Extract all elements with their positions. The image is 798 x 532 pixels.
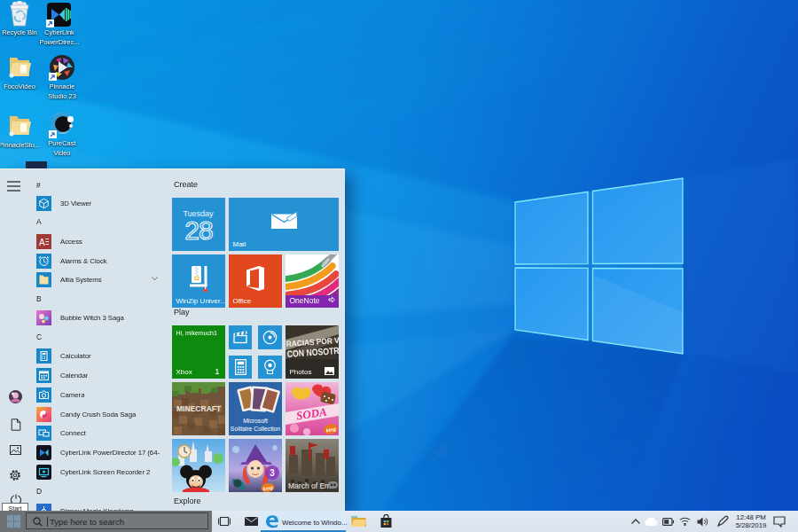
svg-text:28: 28 xyxy=(184,215,213,245)
svg-text:3: 3 xyxy=(270,468,275,478)
svg-text:A: A xyxy=(39,237,45,246)
svg-text:Solitaire Collection: Solitaire Collection xyxy=(230,426,280,432)
svg-text:Microsoft: Microsoft xyxy=(243,418,268,424)
svg-text:March of Em: March of Em xyxy=(288,481,331,490)
svg-text:MINECRAFT: MINECRAFT xyxy=(176,404,222,413)
